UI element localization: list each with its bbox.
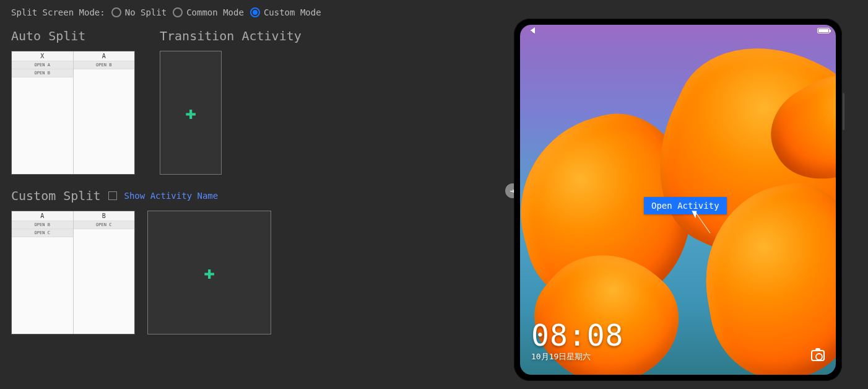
col-sub: OPEN A (12, 61, 73, 69)
clock-date: 10月19日星期六 (531, 351, 624, 362)
custom-split-right-col: B OPEN C (74, 211, 135, 334)
show-activity-name-label[interactable]: Show Activity Name (124, 191, 219, 201)
battery-icon (817, 28, 830, 33)
radio-no-split[interactable]: No Split (111, 7, 167, 17)
radio-common-mode[interactable]: Common Mode (173, 7, 244, 17)
transition-activity-title: Transition Activity (160, 28, 302, 43)
add-custom-split-button[interactable]: ✚ (147, 211, 271, 334)
show-activity-name-checkbox[interactable] (108, 191, 117, 200)
custom-split-header-row: Custom Split Show Activity Name (11, 188, 484, 203)
custom-split-preview[interactable]: A OPEN B OPEN C B OPEN C (11, 211, 135, 334)
auto-split-title: Auto Split (11, 28, 135, 43)
status-bar (526, 27, 830, 33)
plus-icon: ✚ (204, 263, 215, 282)
plus-icon: ✚ (185, 103, 196, 122)
add-transition-activity-button[interactable]: ✚ (160, 51, 222, 175)
transition-activity-section: Transition Activity ✚ (160, 28, 302, 175)
device-side-button (843, 93, 844, 130)
col-sub: OPEN C (74, 221, 135, 229)
signal-icon (526, 27, 535, 33)
auto-split-section: Auto Split X OPEN A OPEN B A OPEN B (11, 28, 135, 175)
mode-label: Split Screen Mode: (11, 7, 105, 17)
camera-icon[interactable] (811, 350, 825, 361)
device-frame: Open Activity 08:08 10月19日星期六 (514, 19, 842, 381)
radio-circle-icon (111, 7, 121, 17)
lockscreen-clock: 08:08 10月19日星期六 (531, 320, 624, 362)
col-header: A (74, 51, 135, 61)
auto-split-left-col: X OPEN A OPEN B (12, 51, 74, 174)
col-header: X (12, 51, 73, 61)
radio-label: No Split (125, 7, 167, 17)
open-activity-button[interactable]: Open Activity (644, 197, 727, 214)
col-sub: OPEN B (12, 221, 73, 229)
col-sub: OPEN B (74, 61, 135, 69)
col-sub: OPEN C (12, 229, 73, 237)
col-header: A (12, 211, 73, 221)
device-preview-area: ➔ Open Activity 08:08 10月19日星期六 (514, 19, 845, 381)
auto-split-preview[interactable]: X OPEN A OPEN B A OPEN B (11, 51, 135, 175)
radio-label: Common Mode (186, 7, 244, 17)
custom-split-title: Custom Split (11, 188, 101, 203)
col-sub: OPEN B (12, 69, 73, 77)
auto-split-right-col: A OPEN B (74, 51, 135, 174)
radio-custom-mode[interactable]: Custom Mode (250, 7, 321, 17)
radio-label: Custom Mode (264, 7, 321, 17)
custom-split-left-col: A OPEN B OPEN C (12, 211, 74, 334)
clock-time: 08:08 (531, 320, 624, 350)
radio-circle-icon (173, 7, 183, 17)
col-header: B (74, 211, 135, 221)
device-screen[interactable]: Open Activity 08:08 10月19日星期六 (520, 25, 836, 375)
split-screen-mode-row: Split Screen Mode: No Split Common Mode … (11, 7, 484, 17)
radio-circle-icon (250, 7, 260, 17)
